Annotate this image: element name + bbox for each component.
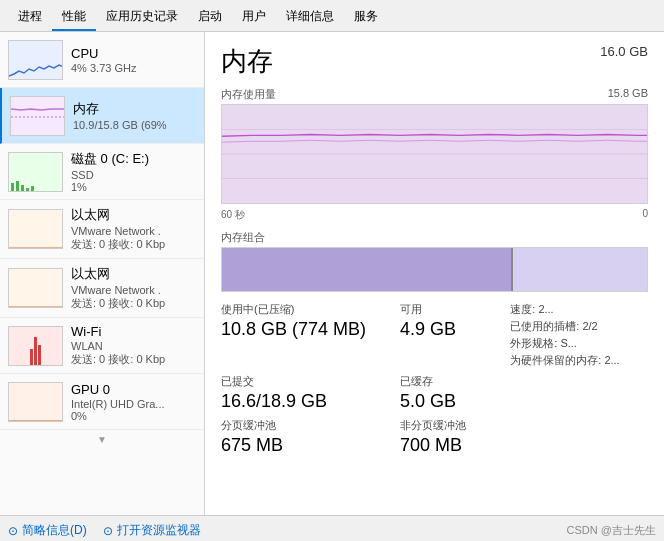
available-label: 可用 xyxy=(400,302,510,317)
sidebar-item-gpu[interactable]: GPU 0 Intel(R) UHD Gra...0% xyxy=(0,374,204,430)
content-panel: 内存 16.0 GB 内存使用量 15.8 GB 60 秒 0 xyxy=(205,32,664,515)
cpu-info: CPU 4% 3.73 GHz xyxy=(71,46,196,74)
cpu-subtitle: 4% 3.73 GHz xyxy=(71,62,196,74)
wifi-subtitle: WLAN发送: 0 接收: 0 Kbp xyxy=(71,340,196,367)
sidebar-item-memory[interactable]: 内存 10.9/15.8 GB (69% xyxy=(0,88,204,144)
content-header: 内存 16.0 GB xyxy=(221,44,648,79)
time-axis: 60 秒 0 xyxy=(221,208,648,222)
menu-app-history[interactable]: 应用历史记录 xyxy=(96,4,188,31)
cpu-mini-chart xyxy=(8,40,63,80)
mem-title: 内存 xyxy=(73,100,196,118)
svg-rect-7 xyxy=(30,349,33,365)
stats-row2: 已提交 16.6/18.9 GB 已缓存 5.0 GB xyxy=(221,374,648,412)
form-value: S... xyxy=(560,337,577,349)
sidebar-item-cpu[interactable]: CPU 4% 3.73 GHz xyxy=(0,32,204,88)
eth1-subtitle: VMware Network .发送: 0 接收: 0 Kbp xyxy=(71,225,196,252)
stat-committed: 已提交 16.6/18.9 GB xyxy=(221,374,400,412)
menu-performance[interactable]: 性能 xyxy=(52,4,96,31)
gpu-mini-chart xyxy=(8,382,63,422)
menu-details[interactable]: 详细信息 xyxy=(276,4,344,31)
svg-rect-4 xyxy=(31,186,34,191)
open-monitor-label: 打开资源监视器 xyxy=(117,522,201,539)
wifi-info: Wi-Fi WLAN发送: 0 接收: 0 Kbp xyxy=(71,324,196,367)
scroll-indicator: ▼ xyxy=(0,430,204,449)
gpu-subtitle: Intel(R) UHD Gra...0% xyxy=(71,398,196,422)
sidebar-item-wifi[interactable]: Wi-Fi WLAN发送: 0 接收: 0 Kbp xyxy=(0,318,204,374)
svg-rect-0 xyxy=(11,183,14,191)
menu-process[interactable]: 进程 xyxy=(8,4,52,31)
stats-row3: 分页缓冲池 675 MB 非分页缓冲池 700 MB xyxy=(221,418,648,456)
usage-value: 15.8 GB xyxy=(608,87,648,102)
brief-info-link[interactable]: ⊙ 简略信息(D) xyxy=(8,522,87,539)
nonpaged-label: 非分页缓冲池 xyxy=(400,418,510,433)
main-container: CPU 4% 3.73 GHz 内存 10.9/15.8 GB (69% xyxy=(0,32,664,515)
eth1-info: 以太网 VMware Network .发送: 0 接收: 0 Kbp xyxy=(71,206,196,252)
menu-users[interactable]: 用户 xyxy=(232,4,276,31)
comp-rest xyxy=(513,248,647,291)
available-value: 4.9 GB xyxy=(400,319,510,340)
eth1-mini-chart xyxy=(8,209,63,249)
eth2-info: 以太网 VMware Network .发送: 0 接收: 0 Kbp xyxy=(71,265,196,311)
sidebar-item-disk[interactable]: 磁盘 0 (C: E:) SSD1% xyxy=(0,144,204,200)
stat-right-block1: 速度: 2... 已使用的插槽: 2/2 外形规格: S... 为硬件保留的内存… xyxy=(510,302,648,368)
speed-value: 2... xyxy=(538,303,553,315)
time-start: 60 秒 xyxy=(221,208,245,222)
open-monitor-link[interactable]: ⊙ 打开资源监视器 xyxy=(103,522,201,539)
disk-subtitle: SSD1% xyxy=(71,169,196,193)
disk-title: 磁盘 0 (C: E:) xyxy=(71,150,196,168)
svg-rect-3 xyxy=(26,188,29,191)
form-row: 外形规格: S... xyxy=(510,336,648,351)
slots-label: 已使用的插槽: xyxy=(510,320,579,332)
menu-services[interactable]: 服务 xyxy=(344,4,388,31)
stat-right-empty3 xyxy=(510,418,648,456)
cached-value: 5.0 GB xyxy=(400,391,510,412)
stat-available: 可用 4.9 GB xyxy=(400,302,510,368)
time-end: 0 xyxy=(642,208,648,222)
comp-used xyxy=(222,248,511,291)
committed-value: 16.6/18.9 GB xyxy=(221,391,400,412)
stats-row1: 使用中(已压缩) 10.8 GB (774 MB) 可用 4.9 GB 速度: … xyxy=(221,302,648,368)
eth2-subtitle: VMware Network .发送: 0 接收: 0 Kbp xyxy=(71,284,196,311)
svg-rect-1 xyxy=(16,181,19,191)
stat-right-empty2 xyxy=(510,374,648,412)
mem-info: 内存 10.9/15.8 GB (69% xyxy=(73,100,196,131)
usage-label-row: 内存使用量 15.8 GB xyxy=(221,87,648,102)
eth2-title: 以太网 xyxy=(71,265,196,283)
bottom-left: ⊙ 简略信息(D) ⊙ 打开资源监视器 xyxy=(8,522,201,539)
watermark: CSDN @吉士先生 xyxy=(567,523,656,538)
menu-startup[interactable]: 启动 xyxy=(188,4,232,31)
eth2-mini-chart xyxy=(8,268,63,308)
stat-inuse: 使用中(已压缩) 10.8 GB (774 MB) xyxy=(221,302,400,368)
gpu-title: GPU 0 xyxy=(71,382,196,397)
cached-label: 已缓存 xyxy=(400,374,510,389)
eth1-title: 以太网 xyxy=(71,206,196,224)
inuse-value: 10.8 GB (774 MB) xyxy=(221,319,400,340)
nonpaged-value: 700 MB xyxy=(400,435,510,456)
sidebar-item-eth2[interactable]: 以太网 VMware Network .发送: 0 接收: 0 Kbp xyxy=(0,259,204,318)
reserved-value: 2... xyxy=(604,354,619,366)
gpu-info: GPU 0 Intel(R) UHD Gra...0% xyxy=(71,382,196,422)
content-total: 16.0 GB xyxy=(600,44,648,59)
stat-nonpaged: 非分页缓冲池 700 MB xyxy=(400,418,510,456)
reserved-row: 为硬件保留的内存: 2... xyxy=(510,353,648,368)
svg-rect-2 xyxy=(21,185,24,191)
disk-info: 磁盘 0 (C: E:) SSD1% xyxy=(71,150,196,193)
mem-mini-chart xyxy=(10,96,65,136)
disk-mini-chart xyxy=(8,152,63,192)
memory-usage-graph xyxy=(221,104,648,204)
menu-bar: 进程 性能 应用历史记录 启动 用户 详细信息 服务 xyxy=(0,0,664,32)
sidebar: CPU 4% 3.73 GHz 内存 10.9/15.8 GB (69% xyxy=(0,32,205,515)
svg-rect-6 xyxy=(38,345,41,365)
speed-row: 速度: 2... xyxy=(510,302,648,317)
brief-info-label: 简略信息(D) xyxy=(22,522,87,539)
slots-row: 已使用的插槽: 2/2 xyxy=(510,319,648,334)
committed-label: 已提交 xyxy=(221,374,400,389)
mem-subtitle: 10.9/15.8 GB (69% xyxy=(73,119,196,131)
form-label: 外形规格: xyxy=(510,337,557,349)
composition-inner xyxy=(222,248,647,291)
cpu-title: CPU xyxy=(71,46,196,61)
paged-value: 675 MB xyxy=(221,435,400,456)
stat-cached: 已缓存 5.0 GB xyxy=(400,374,510,412)
memory-composition-graph xyxy=(221,247,648,292)
sidebar-item-eth1[interactable]: 以太网 VMware Network .发送: 0 接收: 0 Kbp xyxy=(0,200,204,259)
